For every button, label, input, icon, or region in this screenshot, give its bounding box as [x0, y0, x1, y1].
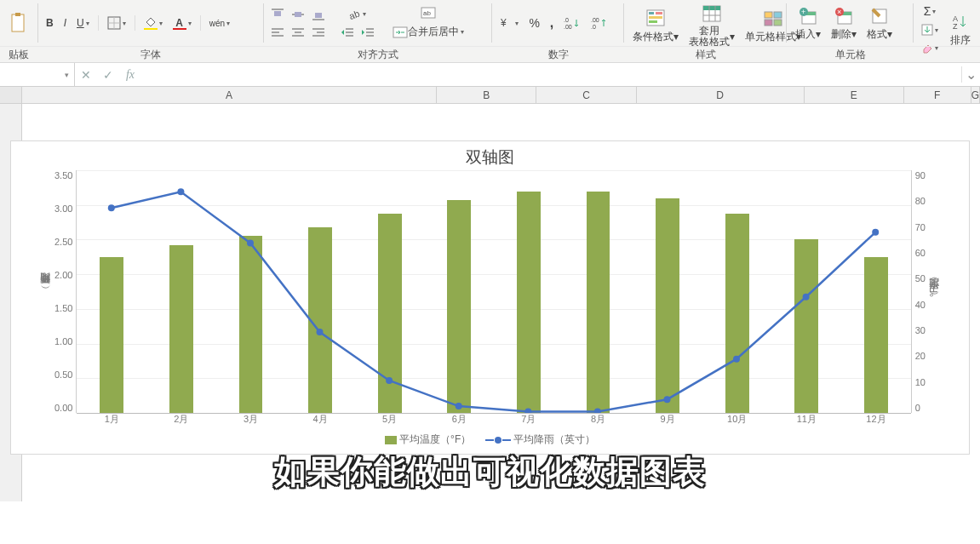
svg-rect-6	[274, 11, 281, 16]
bold-button[interactable]: B	[42, 14, 58, 31]
cell-style-icon	[762, 8, 784, 30]
table-format-icon	[701, 3, 723, 26]
align-center-icon	[292, 26, 304, 38]
fill-down-icon	[921, 24, 933, 36]
chart-legend: 平均温度（°F） 平均降雨（英寸）	[11, 432, 969, 447]
sort-icon: AZ	[949, 11, 971, 33]
svg-text:×: ×	[837, 8, 841, 16]
group-label-alignment: 对齐方式	[264, 48, 492, 62]
paste-button[interactable]	[3, 10, 35, 36]
chart-object[interactable]: 双轴图 平均降雨（英寸） 3.503.002.502.001.501.000.5…	[10, 140, 970, 455]
formula-cancel-button[interactable]: ✕	[75, 63, 97, 86]
align-left-button[interactable]	[267, 24, 288, 41]
formula-bar-expand[interactable]: ⌄	[961, 66, 980, 83]
wrap-text-icon: ab	[421, 7, 436, 19]
svg-text:.00: .00	[591, 17, 599, 23]
formula-input[interactable]	[141, 63, 961, 86]
svg-text:.00: .00	[564, 24, 572, 30]
col-header-f[interactable]: F	[904, 87, 971, 103]
formula-enter-button[interactable]: ✓	[97, 63, 119, 86]
currency-button[interactable]: ¥▾	[496, 14, 523, 32]
align-bottom-icon	[312, 9, 324, 20]
increase-decimal-button[interactable]: .0.00	[559, 14, 585, 32]
svg-rect-0	[12, 14, 24, 31]
merge-cells-button[interactable]: 合并后居中▾	[388, 22, 468, 42]
align-center-button[interactable]	[288, 24, 308, 41]
svg-text:.0: .0	[591, 24, 596, 30]
svg-text:ab: ab	[349, 9, 361, 20]
font-color-button[interactable]: A ▾	[169, 14, 196, 32]
worksheet[interactable]: 双轴图 平均降雨（英寸） 3.503.002.502.001.501.000.5…	[0, 104, 980, 501]
svg-text:+: +	[801, 8, 805, 16]
comma-button[interactable]: ,	[546, 13, 558, 33]
indent-icon	[362, 26, 374, 38]
clipboard-icon	[8, 12, 30, 34]
phonetic-button[interactable]: wén▾	[205, 16, 234, 31]
insert-function-button[interactable]: fx	[119, 63, 141, 86]
group-label-font: 字体	[38, 48, 263, 62]
svg-rect-37	[656, 12, 662, 14]
y-axis-left-title: 平均降雨（英寸）	[37, 170, 54, 413]
group-label-cells: 单元格	[788, 48, 914, 62]
outdent-icon	[341, 26, 353, 38]
col-header-g[interactable]: G	[971, 87, 980, 103]
align-middle-button[interactable]	[288, 6, 308, 23]
sort-filter-button[interactable]: AZ 排序	[944, 9, 977, 49]
fill-bucket-icon	[144, 16, 158, 30]
merge-icon	[393, 26, 408, 38]
insert-cell-button[interactable]: + 插入▾	[790, 3, 826, 43]
italic-button[interactable]: I	[60, 14, 71, 31]
svg-point-62	[178, 188, 185, 195]
col-header-c[interactable]: C	[536, 87, 636, 103]
decrease-decimal-button[interactable]: .00.0	[587, 14, 612, 32]
underline-button[interactable]: U▾	[72, 14, 94, 31]
orientation-button[interactable]: ab▾	[337, 6, 378, 23]
select-all-corner[interactable]	[0, 87, 22, 103]
delete-cell-icon: ×	[833, 5, 855, 27]
col-header-e[interactable]: E	[805, 87, 904, 103]
align-middle-icon	[292, 9, 304, 20]
border-button[interactable]: ▾	[103, 14, 130, 32]
column-headers: A B C D E F G	[0, 87, 980, 104]
fill-color-button[interactable]: ▾	[140, 14, 167, 32]
wrap-text-button[interactable]: ab	[388, 4, 468, 21]
conditional-format-button[interactable]: 条件格式▾	[628, 6, 684, 46]
align-top-icon	[272, 9, 284, 20]
col-header-a[interactable]: A	[22, 87, 438, 103]
svg-text:¥: ¥	[500, 17, 507, 29]
svg-point-64	[317, 329, 324, 335]
format-cell-button[interactable]: 格式▾	[862, 3, 897, 43]
name-box[interactable]: ▾	[0, 63, 75, 86]
inc-decimal-icon: .0.00	[564, 16, 581, 30]
svg-rect-38	[649, 16, 662, 19]
align-left-icon	[272, 26, 284, 38]
align-right-icon	[312, 26, 324, 38]
align-top-button[interactable]	[267, 6, 288, 23]
fill-button[interactable]: ▾	[917, 21, 943, 38]
percent-button[interactable]: %	[524, 14, 543, 32]
group-label-styles: 样式	[625, 48, 787, 62]
decrease-indent-button[interactable]	[337, 24, 358, 41]
autosum-button[interactable]: Σ▾	[917, 2, 943, 20]
svg-rect-39	[649, 20, 657, 23]
svg-rect-10	[315, 13, 322, 18]
y-axis-right-title: 平均温度（°F）	[926, 170, 943, 413]
border-icon	[107, 16, 121, 30]
table-format-button[interactable]: 套用 表格格式▾	[684, 2, 740, 49]
col-header-d[interactable]: D	[637, 87, 805, 103]
group-label-number: 数字	[493, 48, 624, 62]
insert-cell-icon: +	[797, 5, 819, 27]
align-right-button[interactable]	[308, 24, 329, 41]
col-header-b[interactable]: B	[437, 87, 536, 103]
increase-indent-button[interactable]	[358, 24, 378, 41]
chart-title: 双轴图	[11, 141, 969, 169]
delete-cell-button[interactable]: × 删除▾	[826, 3, 862, 43]
y-axis-right-ticks: 9080706050403020100	[912, 170, 926, 413]
legend-bar-label: 平均温度（°F）	[399, 433, 471, 445]
svg-point-69	[664, 396, 671, 403]
svg-rect-46	[774, 12, 782, 18]
align-bottom-button[interactable]	[308, 6, 329, 23]
plot-area: 1月2月3月4月5月6月7月8月9月10月11月12月	[76, 170, 911, 413]
formula-bar: ▾ ✕ ✓ fx ⌄	[0, 63, 980, 87]
svg-text:Z: Z	[953, 22, 958, 31]
